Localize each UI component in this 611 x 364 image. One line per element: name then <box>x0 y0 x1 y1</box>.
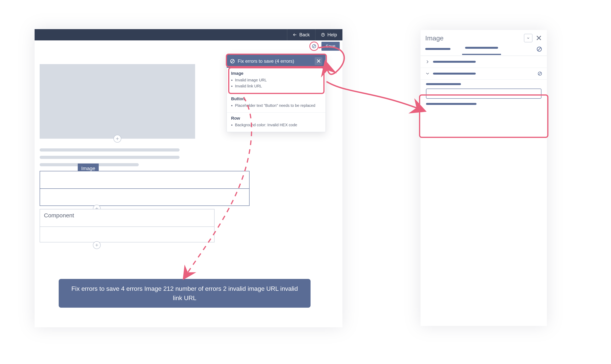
placeholder-line <box>40 156 180 159</box>
back-label: Back <box>299 32 310 38</box>
error-item: Background color: Invalid HEX code <box>235 123 321 127</box>
error-section-title: Image <box>231 71 321 76</box>
svg-line-7 <box>538 48 541 51</box>
field-label-placeholder <box>426 103 477 105</box>
save-row: Save <box>35 40 342 52</box>
prohibit-icon <box>538 71 542 76</box>
properties-dropdown[interactable] <box>524 34 532 42</box>
chevron-right-icon <box>425 59 430 64</box>
placeholder-line <box>40 148 180 152</box>
error-item: Invalid image URL <box>235 78 321 82</box>
component-label: Component <box>44 212 74 219</box>
text-input[interactable] <box>426 89 541 99</box>
chevron-down-icon <box>425 71 430 76</box>
properties-panel: Image ✕ <box>421 30 547 326</box>
active-tab-underline <box>462 54 501 55</box>
editor-topbar: Back Help <box>35 29 342 40</box>
accordion-open[interactable] <box>421 68 547 80</box>
svg-point-1 <box>323 35 323 36</box>
tab-2-active[interactable] <box>462 47 501 55</box>
accessibility-readout: Fix errors to save 4 errors Image 212 nu… <box>59 279 311 308</box>
error-popover-title: Fix errors to save (4 errors) <box>238 58 294 64</box>
error-list: Invalid image URL Invalid link URL <box>231 78 321 88</box>
help-icon <box>321 33 325 37</box>
save-button[interactable]: Save <box>321 42 340 51</box>
add-block-button[interactable] <box>93 241 101 249</box>
image-placeholder[interactable] <box>40 64 195 139</box>
close-button[interactable]: ✕ <box>315 57 322 65</box>
close-icon: ✕ <box>536 34 542 42</box>
prohibit-icon <box>312 44 316 49</box>
accordion-collapsed[interactable] <box>421 56 547 68</box>
help-label: Help <box>327 32 337 38</box>
close-icon: ✕ <box>316 58 321 64</box>
error-indicator-badge[interactable] <box>309 41 319 51</box>
error-section-image[interactable]: Image Invalid image URL Invalid link URL <box>227 68 326 93</box>
properties-title: Image <box>425 34 444 42</box>
error-list: Background color: Invalid HEX code <box>231 123 321 127</box>
error-section-row[interactable]: Row Background color: Invalid HEX code <box>227 113 326 132</box>
properties-header: Image ✕ <box>421 34 547 46</box>
help-button[interactable]: Help <box>315 29 342 40</box>
tab-1[interactable] <box>425 48 451 54</box>
tab-label-placeholder <box>465 47 498 49</box>
error-section-button[interactable]: Button Placeholder text "Button" needs t… <box>227 93 326 113</box>
tab-label-placeholder <box>425 48 451 50</box>
field-label-placeholder <box>426 83 461 85</box>
error-popover-header: Fix errors to save (4 errors) ✕ <box>227 55 326 68</box>
image-block-frame[interactable] <box>40 171 250 206</box>
svg-line-5 <box>231 60 234 63</box>
accordion-label-placeholder <box>433 61 476 63</box>
component-block-frame[interactable]: Component <box>40 209 214 242</box>
error-item: Placeholder text "Button" needs to be re… <box>235 103 321 108</box>
prohibit-icon <box>536 46 542 52</box>
property-field-group <box>421 80 547 108</box>
add-block-button[interactable] <box>114 135 121 143</box>
back-button[interactable]: Back <box>287 29 315 40</box>
svg-line-9 <box>539 72 541 75</box>
error-list: Placeholder text "Button" needs to be re… <box>231 103 321 108</box>
chevron-down-icon <box>526 36 530 40</box>
svg-line-3 <box>313 45 315 47</box>
error-section-title: Row <box>231 116 321 121</box>
close-panel-button[interactable]: ✕ <box>536 34 542 42</box>
error-section-title: Button <box>231 96 321 101</box>
accordion-label-placeholder <box>433 73 476 75</box>
text-placeholder <box>40 148 195 166</box>
properties-tabs <box>421 46 547 56</box>
canvas-area <box>40 64 195 170</box>
prohibit-icon <box>230 59 235 64</box>
error-item: Invalid link URL <box>235 84 321 88</box>
error-popover: Fix errors to save (4 errors) ✕ Image In… <box>226 54 326 132</box>
arrow-left-icon <box>293 33 297 37</box>
